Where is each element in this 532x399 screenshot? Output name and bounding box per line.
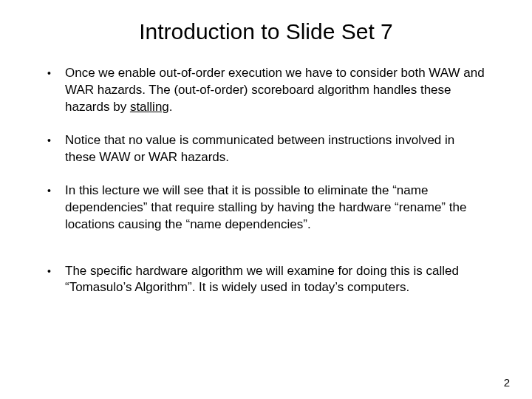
bullet-list: Once we enable out-of-order execution we…: [44, 65, 488, 296]
bullet-text: In this lecture we will see that it is p…: [65, 183, 466, 231]
list-item: Once we enable out-of-order execution we…: [44, 65, 488, 116]
bullet-underline: stalling: [130, 100, 169, 114]
list-item: The specific hardware algorithm we will …: [44, 263, 488, 297]
list-item: Notice that no value is communicated bet…: [44, 132, 488, 166]
bullet-text: .: [169, 100, 173, 114]
bullet-text: Notice that no value is communicated bet…: [65, 133, 454, 164]
list-item: In this lecture we will see that it is p…: [44, 183, 488, 233]
bullet-text: The specific hardware algorithm we will …: [65, 264, 459, 295]
slide-title: Introduction to Slide Set 7: [44, 19, 488, 44]
slide: Introduction to Slide Set 7 Once we enab…: [0, 0, 532, 399]
page-number: 2: [504, 376, 510, 389]
bullet-text: Once we enable out-of-order execution we…: [65, 66, 485, 114]
